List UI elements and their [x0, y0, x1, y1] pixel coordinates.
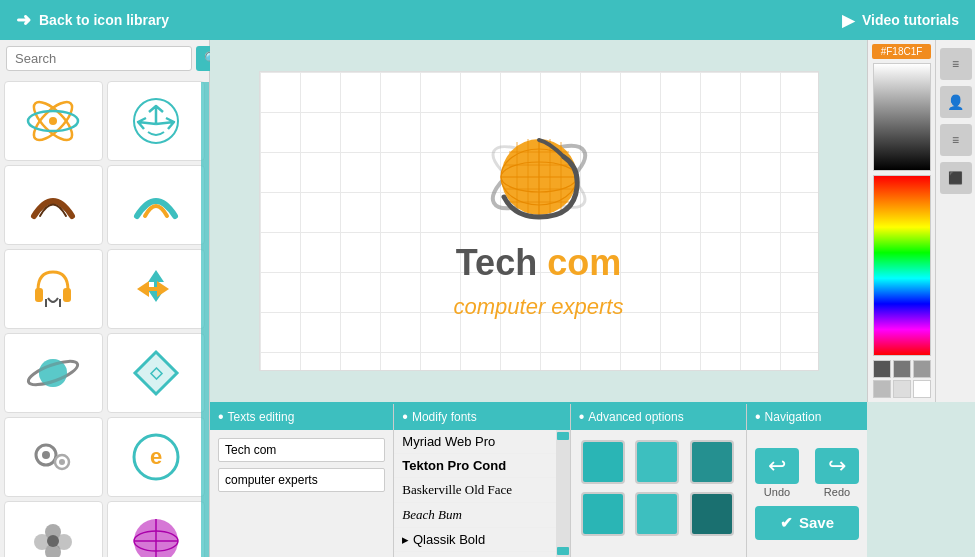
- icon-flower: [26, 514, 80, 557]
- adv-color-3[interactable]: [690, 440, 734, 484]
- header: ➜ Back to icon library ▶ Video tutorials: [0, 0, 975, 40]
- video-tutorials-link[interactable]: ▶ Video tutorials: [842, 11, 959, 30]
- canvas-area: Tech com computer experts: [210, 40, 867, 402]
- sidebar-scrollbar[interactable]: ▼: [201, 82, 209, 557]
- video-icon: ▶: [842, 11, 854, 30]
- redo-icon: ↪: [815, 448, 859, 484]
- list-item[interactable]: [4, 501, 103, 557]
- font-item[interactable]: Beach Bum: [394, 503, 555, 528]
- logo-globe-icon: [484, 122, 594, 232]
- icon-grid: ◇ e: [0, 77, 209, 557]
- svg-point-13: [39, 359, 67, 387]
- icon-arch-blue: [129, 178, 183, 232]
- scroll-thumb-bottom: [557, 547, 569, 555]
- list-item[interactable]: [107, 165, 206, 245]
- svg-rect-5: [35, 288, 43, 302]
- search-input[interactable]: [6, 46, 192, 71]
- logo-text-main: Tech com: [456, 242, 621, 284]
- svg-text:◇: ◇: [149, 364, 164, 381]
- checkmark-icon: ✔: [780, 514, 793, 532]
- undo-label: Undo: [764, 486, 790, 498]
- swatch-1[interactable]: [873, 360, 891, 378]
- fonts-list-wrapper: Myriad Web Pro Tekton Pro Cond Baskervil…: [394, 430, 569, 557]
- color-hex-display[interactable]: #F18C1F: [872, 44, 931, 59]
- fonts-panel: Modify fonts Myriad Web Pro Tekton Pro C…: [394, 404, 570, 557]
- swatch-2[interactable]: [893, 360, 911, 378]
- toolbar-btn-layers[interactable]: ⬛: [940, 162, 972, 194]
- advanced-section-label: Advanced options: [588, 410, 683, 424]
- list-item[interactable]: ◇: [107, 333, 206, 413]
- text-input-1[interactable]: [218, 438, 385, 462]
- bottom-panel: Texts editing Modify fonts Myriad Web Pr…: [210, 402, 867, 557]
- swatch-5[interactable]: [893, 380, 911, 398]
- canvas-box[interactable]: Tech com computer experts: [259, 71, 819, 371]
- nav-panel: Navigation ↩ Undo ↪ Redo ✔: [747, 404, 867, 557]
- font-item[interactable]: Myriad Web Pro: [394, 430, 555, 454]
- list-item[interactable]: [4, 81, 103, 161]
- icon-diamond: ◇: [129, 346, 183, 400]
- rainbow-gradient[interactable]: [873, 175, 931, 356]
- svg-point-18: [42, 451, 50, 459]
- bw-gradient[interactable]: [873, 63, 931, 171]
- save-button[interactable]: ✔ Save: [755, 506, 859, 540]
- fonts-section-header: Modify fonts: [394, 404, 569, 430]
- icon-headphones: [26, 262, 80, 316]
- undo-button[interactable]: ↩ Undo: [755, 448, 799, 498]
- nav-section-header: Navigation: [747, 404, 867, 430]
- list-icon: ≡: [952, 57, 959, 71]
- text-input-2[interactable]: [218, 468, 385, 492]
- video-label: Video tutorials: [862, 12, 959, 28]
- color-swatches: [873, 360, 931, 398]
- icon-atom: [26, 94, 80, 148]
- toolbar-btn-person[interactable]: 👤: [940, 86, 972, 118]
- list-item[interactable]: [4, 333, 103, 413]
- back-label: Back to icon library: [39, 12, 169, 28]
- toolbar-btn-list[interactable]: ≡: [940, 48, 972, 80]
- list-item[interactable]: [107, 501, 206, 557]
- right-toolbar: ≡ 👤 ≡ ⬛: [935, 40, 975, 402]
- main-area: 🔍: [0, 40, 975, 557]
- adv-color-1[interactable]: [581, 440, 625, 484]
- svg-text:e: e: [150, 444, 162, 469]
- text-icon: ≡: [952, 133, 959, 147]
- fonts-scrollbar[interactable]: [556, 430, 570, 557]
- redo-button[interactable]: ↪ Redo: [815, 448, 859, 498]
- svg-point-3: [49, 117, 57, 125]
- undo-redo-row: ↩ Undo ↪ Redo: [755, 448, 859, 498]
- icon-letter-e: e: [129, 430, 183, 484]
- adv-color-6[interactable]: [690, 492, 734, 536]
- canvas-wrapper: ≡ 👤 ≡ ⬛ #F18C1F: [210, 40, 975, 557]
- svg-point-20: [59, 459, 65, 465]
- icon-recycle: [129, 94, 183, 148]
- icon-arrows: [129, 262, 183, 316]
- advanced-panel: Advanced options: [571, 404, 747, 557]
- font-item[interactable]: Baskerville Old Face: [394, 478, 555, 503]
- swatch-4[interactable]: [873, 380, 891, 398]
- adv-color-5[interactable]: [635, 492, 679, 536]
- fonts-section-label: Modify fonts: [412, 410, 477, 424]
- texts-editing-panel: Texts editing: [210, 404, 394, 557]
- list-item[interactable]: [4, 165, 103, 245]
- list-item[interactable]: [107, 249, 206, 329]
- list-item[interactable]: e: [107, 417, 206, 497]
- search-bar: 🔍: [0, 40, 209, 77]
- font-item[interactable]: Tekton Pro Cond: [394, 454, 555, 478]
- swatch-3[interactable]: [913, 360, 931, 378]
- sidebar: 🔍: [0, 40, 210, 557]
- swatch-6[interactable]: [913, 380, 931, 398]
- person-icon: 👤: [947, 94, 964, 110]
- logo-subtext: computer experts: [454, 294, 624, 320]
- icon-gears: [26, 430, 80, 484]
- list-item[interactable]: [4, 249, 103, 329]
- logo-text-part1: Tech: [456, 242, 547, 283]
- list-item[interactable]: [4, 417, 103, 497]
- adv-color-4[interactable]: [581, 492, 625, 536]
- toolbar-btn-text[interactable]: ≡: [940, 124, 972, 156]
- save-label: Save: [799, 514, 834, 531]
- adv-color-2[interactable]: [635, 440, 679, 484]
- font-item[interactable]: ▸ Qlassik Bold: [394, 528, 555, 552]
- nav-section-label: Navigation: [765, 410, 822, 424]
- list-item[interactable]: [107, 81, 206, 161]
- back-to-library[interactable]: ➜ Back to icon library: [16, 9, 169, 31]
- fonts-list: Myriad Web Pro Tekton Pro Cond Baskervil…: [394, 430, 555, 557]
